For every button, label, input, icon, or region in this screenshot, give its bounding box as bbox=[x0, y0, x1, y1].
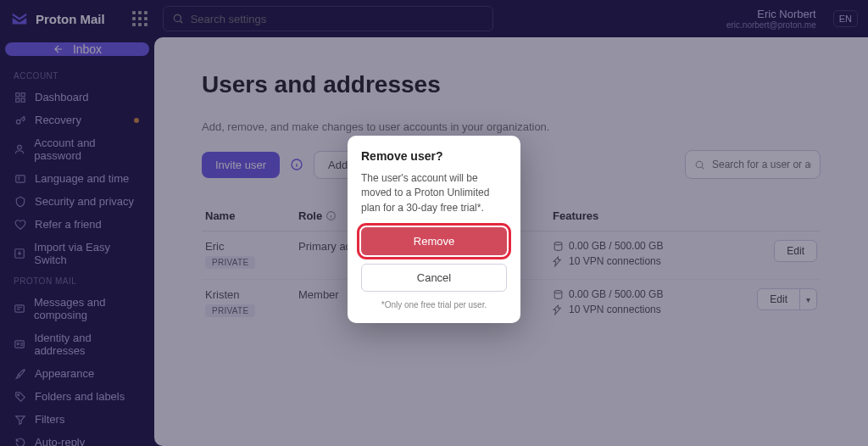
cancel-button[interactable]: Cancel bbox=[361, 264, 507, 292]
modal-fineprint: *Only one free trial per user. bbox=[361, 300, 507, 309]
remove-user-modal: Remove user? The user's account will be … bbox=[348, 136, 520, 323]
modal-title: Remove user? bbox=[361, 149, 507, 163]
modal-overlay[interactable]: Remove user? The user's account will be … bbox=[0, 0, 868, 446]
modal-body: The user's account will be moved to a Pr… bbox=[361, 171, 507, 215]
remove-button[interactable]: Remove bbox=[361, 227, 507, 255]
